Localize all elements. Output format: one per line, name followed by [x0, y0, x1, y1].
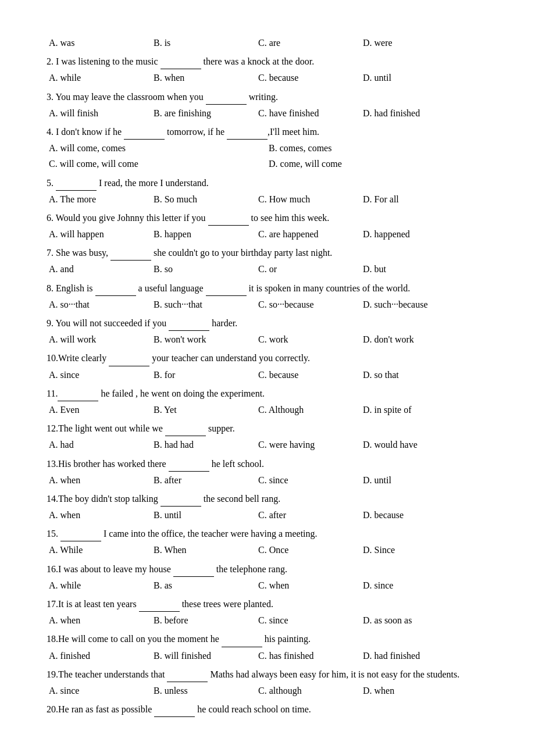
blank	[173, 561, 214, 577]
option-a: A. finished	[49, 648, 136, 664]
option-d: D. when	[363, 683, 450, 698]
option-b: B. before	[154, 612, 241, 628]
option-d: D. were	[363, 35, 450, 51]
option-b: B. had had	[154, 437, 241, 452]
q9-block: 9. You will not succeeded if you harder.…	[47, 315, 488, 347]
q1-options-block: A. was B. is C. are D. were	[47, 35, 488, 51]
option-b: B. when	[154, 70, 241, 85]
q7-block: 7. She was busy, she couldn't go to your…	[47, 244, 488, 277]
option-a: A. was	[49, 35, 136, 51]
option-d: D. such···because	[363, 297, 450, 312]
option-a: A. While	[49, 542, 136, 558]
q17-options: A. when B. before C. since D. as soon as	[47, 612, 488, 628]
option-d: D. in spite of	[363, 402, 450, 418]
option-d: D. so that	[363, 367, 450, 383]
blank	[109, 350, 149, 366]
blank	[169, 315, 209, 331]
blank	[160, 490, 201, 507]
option-d: D. don't work	[363, 331, 450, 347]
blank	[139, 595, 180, 612]
q8-block: 8. English is a useful language it is sp…	[47, 280, 488, 312]
option-c: C. since	[258, 472, 345, 488]
blank	[222, 630, 262, 647]
option-b: B. Yet	[154, 402, 241, 418]
q11-options: A. Even B. Yet C. Although D. in spite o…	[47, 402, 488, 418]
option-a: A. will happen	[49, 226, 136, 242]
option-a: A. while	[49, 70, 136, 85]
option-d: D. as soon as	[363, 612, 450, 628]
option-b: B. such···that	[154, 297, 241, 312]
blank	[227, 123, 268, 140]
blank	[58, 385, 98, 401]
option-a: A. when	[49, 507, 136, 523]
q17-text: 17.It is at least ten years these trees …	[47, 595, 488, 612]
option-d: D. For all	[363, 191, 450, 207]
q3-options: A. will finish B. are finishing C. have …	[47, 105, 488, 121]
option-a: A. while	[49, 577, 136, 593]
option-a: A. had	[49, 437, 136, 452]
q18-block: 18.He will come to call on you the momen…	[47, 630, 488, 663]
option-c: C. Once	[258, 542, 345, 558]
q2-text: 2. I was listening to the music there wa…	[47, 53, 488, 69]
q2-options: A. while B. when C. because D. until	[47, 70, 488, 85]
option-c: C. when	[258, 577, 345, 593]
exam-content: A. was B. is C. are D. were 2. I was lis…	[47, 35, 488, 717]
option-a: A. will come, comes	[49, 140, 269, 156]
q20-text: 20.He ran as fast as possible he could r…	[47, 701, 488, 717]
q14-options: A. when B. until C. after D. because	[47, 507, 488, 523]
option-a: A. when	[49, 612, 136, 628]
q13-block: 13.His brother has worked there he left …	[47, 455, 488, 488]
option-c: C. because	[258, 367, 345, 383]
q7-text: 7. She was busy, she couldn't go to your…	[47, 244, 488, 261]
option-b: B. are finishing	[154, 105, 241, 121]
option-d: D. until	[363, 472, 450, 488]
q18-options: A. finished B. will finished C. has fini…	[47, 648, 488, 664]
option-d: D. because	[363, 507, 450, 523]
option-b: B. When	[154, 542, 241, 558]
q1-options: A. was B. is C. are D. were	[47, 35, 488, 51]
option-a: A. when	[49, 472, 136, 488]
option-d: D. happened	[363, 226, 450, 242]
option-d: D. would have	[363, 437, 450, 452]
q6-options: A. will happen B. happen C. are happened…	[47, 226, 488, 242]
q19-text: 19.The teacher understands that Maths ha…	[47, 666, 488, 682]
q5-options: A. The more B. So much C. How much D. Fo…	[47, 191, 488, 207]
q11-block: 11. he failed , he went on doing the exp…	[47, 385, 488, 418]
blank	[169, 455, 209, 472]
option-c: C. has finished	[258, 648, 345, 664]
option-b: B. after	[154, 472, 241, 488]
q12-block: 12.The light went out while we supper. A…	[47, 420, 488, 452]
option-b: B. will finished	[154, 648, 241, 664]
option-c: C. are happened	[258, 226, 345, 242]
blank	[124, 123, 165, 140]
q6-block: 6. Would you give Johnny this letter if …	[47, 209, 488, 242]
q19-block: 19.The teacher understands that Maths ha…	[47, 666, 488, 698]
option-b: B. is	[154, 35, 241, 51]
q19-options: A. since B. unless C. although D. when	[47, 683, 488, 698]
blank	[56, 174, 97, 191]
option-c: C. work	[258, 331, 345, 347]
option-b: B. so	[154, 261, 241, 277]
option-c: C. are	[258, 35, 345, 51]
option-a: A. The more	[49, 191, 136, 207]
option-a: A. since	[49, 367, 136, 383]
blank	[206, 280, 247, 296]
option-b: B. won't work	[154, 331, 241, 347]
q4-block: 4. I don't know if he tomorrow, if he ,I…	[47, 123, 488, 172]
q5-text: 5. I read, the more I understand.	[47, 174, 488, 191]
blank	[165, 420, 206, 436]
blank	[110, 244, 151, 261]
q3-block: 3. You may leave the classroom when you …	[47, 88, 488, 121]
option-c: C. or	[258, 261, 345, 277]
q3-text: 3. You may leave the classroom when you …	[47, 88, 488, 105]
q13-text: 13.His brother has worked there he left …	[47, 455, 488, 472]
option-a: A. since	[49, 683, 136, 698]
blank	[95, 280, 136, 296]
q8-text: 8. English is a useful language it is sp…	[47, 280, 488, 296]
option-d: D. but	[363, 261, 450, 277]
blank	[167, 666, 208, 682]
option-b: B. until	[154, 507, 241, 523]
option-b: B. as	[154, 577, 241, 593]
option-b: B. comes, comes	[269, 140, 488, 156]
q15-options: A. While B. When C. Once D. Since	[47, 542, 488, 558]
